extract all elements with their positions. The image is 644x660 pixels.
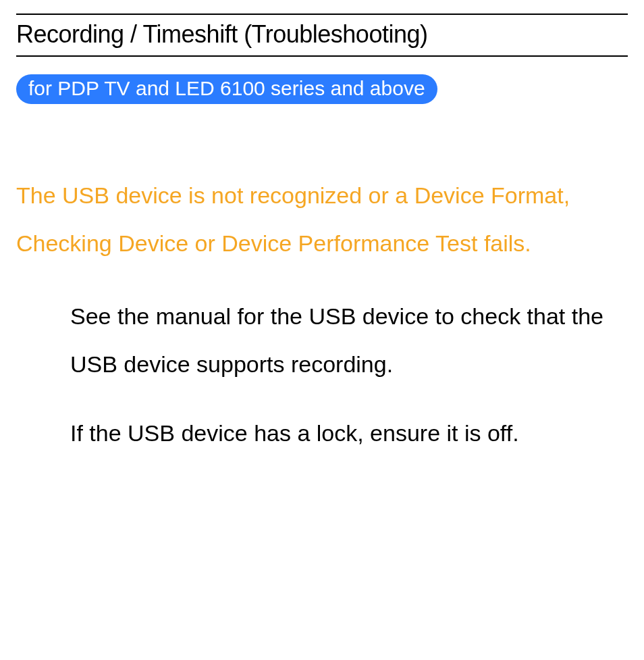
issue-heading: The USB device is not recognized or a De…: [16, 172, 628, 268]
page-title: Recording / Timeshift (Troubleshooting): [16, 20, 628, 57]
applicability-badge: for PDP TV and LED 6100 series and above: [16, 74, 437, 104]
body-paragraph: See the manual for the USB device to che…: [70, 293, 628, 389]
title-top-rule: [16, 14, 628, 15]
body-paragraph: If the USB device has a lock, ensure it …: [70, 409, 628, 457]
